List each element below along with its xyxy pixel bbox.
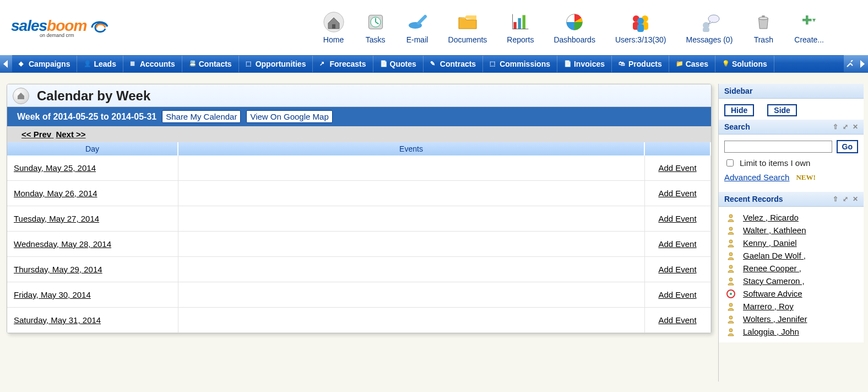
- logo[interactable]: salesboom on demand crm: [11, 17, 132, 39]
- add-event-link[interactable]: Add Event: [658, 290, 696, 299]
- record-link[interactable]: Walter , Kathleen: [743, 225, 806, 235]
- nav-item-opportunities[interactable]: ⬚Opportunities: [239, 56, 313, 72]
- nav-item-products[interactable]: 🛍Products: [612, 56, 669, 72]
- events-cell: [178, 232, 644, 257]
- svg-rect-19: [762, 15, 765, 17]
- day-link[interactable]: Saturday, May 31, 2014: [14, 315, 101, 325]
- home-button[interactable]: Home: [323, 11, 345, 44]
- prev-link[interactable]: << Prev: [21, 130, 51, 139]
- nav-item-accounts[interactable]: ≣Accounts: [123, 56, 182, 72]
- limit-checkbox[interactable]: [726, 159, 734, 167]
- nav-scroll-left[interactable]: [0, 55, 12, 73]
- panel-up-icon[interactable]: ⇧: [833, 123, 838, 131]
- nav-item-contracts[interactable]: ✎Contracts: [424, 56, 483, 72]
- panel-pop-icon[interactable]: ⤢: [843, 195, 848, 203]
- day-link[interactable]: Sunday, May 25, 2014: [14, 163, 96, 173]
- record-link[interactable]: Software Advice: [743, 289, 802, 298]
- nav-scroll-right[interactable]: [856, 55, 868, 73]
- nav-icon: ✎: [430, 60, 438, 68]
- tasks-button[interactable]: Tasks: [365, 11, 387, 44]
- add-event-link[interactable]: Add Event: [658, 189, 696, 198]
- day-link[interactable]: Thursday, May 29, 2014: [14, 265, 102, 274]
- record-link[interactable]: Kenny , Daniel: [743, 238, 797, 248]
- recent-record[interactable]: Gaelan De Wolf ,: [723, 249, 859, 262]
- recent-record[interactable]: Software Advice: [723, 287, 859, 300]
- create-icon: [798, 11, 820, 33]
- nav-item-solutions[interactable]: 💡Solutions: [715, 56, 774, 72]
- view-map-button[interactable]: View On Google Map: [246, 110, 332, 123]
- share-calendar-button[interactable]: Share My Calendar: [162, 110, 241, 123]
- nav-item-contacts[interactable]: 📇Contacts: [182, 56, 239, 72]
- documents-button[interactable]: Documents: [448, 11, 487, 44]
- nav-icon: ⬚: [246, 60, 253, 68]
- panel-close-icon[interactable]: ✕: [853, 195, 858, 203]
- users-icon: [630, 11, 652, 33]
- calendar-panel: Calendar by Week Week of 2014-05-25 to 2…: [7, 84, 712, 334]
- search-go-button[interactable]: Go: [837, 140, 858, 153]
- nav-icon: 📄: [380, 60, 388, 68]
- nav-icon: 📁: [676, 60, 683, 68]
- recent-record[interactable]: Velez , Ricardo: [723, 211, 859, 224]
- add-event-link[interactable]: Add Event: [658, 239, 696, 249]
- add-event-link[interactable]: Add Event: [658, 265, 696, 274]
- reports-button[interactable]: Reports: [507, 11, 534, 44]
- object-icon: [726, 289, 735, 298]
- record-link[interactable]: Wolters , Jennifer: [743, 314, 807, 324]
- add-event-link[interactable]: Add Event: [658, 315, 696, 325]
- sidebar-hide-button[interactable]: Hide: [724, 104, 754, 116]
- messages-icon: [698, 11, 720, 33]
- record-link[interactable]: Stacy Cameron ,: [743, 276, 805, 286]
- create-label: Create...: [794, 35, 824, 44]
- add-event-link[interactable]: Add Event: [658, 163, 696, 173]
- nav-item-cases[interactable]: 📁Cases: [669, 56, 715, 72]
- svg-rect-7: [522, 15, 525, 29]
- create-button[interactable]: Create...: [794, 11, 824, 44]
- person-icon: [726, 277, 735, 286]
- trash-button[interactable]: Trash: [752, 11, 774, 44]
- add-event-link[interactable]: Add Event: [658, 214, 696, 223]
- panel-up-icon[interactable]: ⇧: [833, 195, 838, 203]
- recent-record[interactable]: Marrero , Roy: [723, 300, 859, 313]
- email-button[interactable]: E-mail: [406, 11, 428, 44]
- day-link[interactable]: Monday, May 26, 2014: [14, 189, 97, 198]
- dashboards-button[interactable]: Dashboards: [554, 11, 595, 44]
- day-link[interactable]: Wednesday, May 28, 2014: [14, 239, 111, 249]
- record-link[interactable]: Marrero , Roy: [743, 302, 794, 311]
- next-link[interactable]: Next >>: [56, 130, 85, 139]
- recent-record[interactable]: Kenny , Daniel: [723, 237, 859, 249]
- nav-tools[interactable]: [844, 55, 856, 73]
- record-link[interactable]: Velez , Ricardo: [743, 213, 799, 222]
- panel-close-icon[interactable]: ✕: [853, 123, 858, 131]
- table-row: Wednesday, May 28, 2014Add Event: [7, 232, 710, 257]
- recent-record[interactable]: Renee Cooper ,: [723, 262, 859, 275]
- panel-pop-icon[interactable]: ⤢: [843, 123, 848, 131]
- svg-point-23: [729, 227, 733, 230]
- search-input[interactable]: [724, 141, 832, 153]
- svg-point-22: [729, 214, 733, 218]
- top-toolbar: salesboom on demand crm Home Tasks E-mai…: [0, 0, 868, 55]
- record-link[interactable]: Gaelan De Wolf ,: [743, 251, 806, 260]
- nav-item-campaigns[interactable]: ◆Campaigns: [12, 56, 77, 72]
- nav-item-forecasts[interactable]: ↗Forecasts: [313, 56, 373, 72]
- day-link[interactable]: Tuesday, May 27, 2014: [14, 214, 99, 223]
- sidebar-side-button[interactable]: Side: [767, 104, 797, 116]
- trash-icon: [752, 11, 774, 33]
- nav-icon: 💡: [722, 60, 730, 68]
- events-cell: [178, 282, 644, 308]
- tasks-icon: [365, 11, 387, 33]
- nav-item-invoices[interactable]: 📄Invoices: [557, 56, 612, 72]
- recent-record[interactable]: Walter , Kathleen: [723, 224, 859, 237]
- messages-button[interactable]: Messages (0): [686, 11, 733, 44]
- advanced-search-link[interactable]: Advanced Search: [724, 173, 789, 182]
- record-link[interactable]: Renee Cooper ,: [743, 264, 801, 273]
- recent-record[interactable]: Wolters , Jennifer: [723, 313, 859, 325]
- nav-item-leads[interactable]: 👤Leads: [77, 56, 123, 72]
- day-link[interactable]: Friday, May 30, 2014: [14, 290, 91, 299]
- recent-record[interactable]: Laloggia , John: [723, 325, 859, 338]
- users-button[interactable]: Users:3/13(30): [615, 11, 666, 44]
- nav-item-quotes[interactable]: 📄Quotes: [373, 56, 424, 72]
- panel-home-icon[interactable]: [13, 88, 29, 104]
- record-link[interactable]: Laloggia , John: [743, 327, 799, 336]
- recent-record[interactable]: Stacy Cameron ,: [723, 275, 859, 287]
- nav-item-commissions[interactable]: ⬚Commissions: [483, 56, 557, 72]
